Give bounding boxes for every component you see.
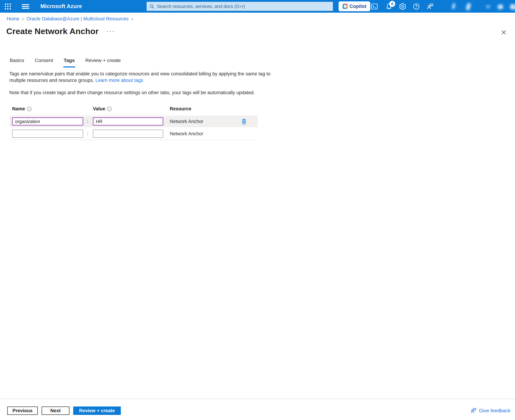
hamburger-menu-icon[interactable]: [22, 4, 29, 9]
wizard-tabs: Basics Consent Tags Review + create: [9, 57, 121, 68]
help-icon[interactable]: [412, 2, 420, 11]
delete-tag-icon[interactable]: [240, 118, 248, 126]
waffle-menu-icon[interactable]: [5, 3, 11, 10]
tags-note: Note that if you create tags and then ch…: [9, 90, 291, 95]
copilot-button[interactable]: Copilot: [338, 1, 370, 11]
info-icon[interactable]: i: [107, 107, 112, 111]
colon-separator: :: [87, 119, 88, 124]
tag-name-input-2[interactable]: [12, 130, 83, 138]
tab-tags[interactable]: Tags: [63, 57, 75, 68]
notifications-bell-icon[interactable]: 6: [385, 2, 393, 11]
blurred-account-info: [448, 0, 515, 13]
notification-count-badge: 6: [389, 1, 395, 7]
column-header-name: Name i: [12, 106, 31, 112]
breadcrumb-oracle-multicloud[interactable]: Oracle Database@Azure | Multicloud Resou…: [27, 16, 129, 22]
azure-brand-title: Microsoft Azure: [40, 3, 82, 9]
context-menu-ellipsis-icon[interactable]: ···: [107, 28, 115, 34]
tag-name-input-1[interactable]: [12, 117, 83, 126]
settings-gear-icon[interactable]: [399, 2, 407, 11]
tag-value-input-2[interactable]: [93, 130, 163, 138]
column-header-resource: Resource: [170, 106, 191, 112]
table-row-divider: [10, 140, 258, 140]
tag-resource-1: Network Anchor: [170, 119, 203, 124]
chevron-right-icon: ›: [22, 16, 24, 22]
previous-button[interactable]: Previous: [7, 406, 38, 415]
give-feedback-link[interactable]: Give feedback: [470, 407, 510, 414]
tag-row-2: : Network Anchor: [10, 128, 258, 139]
tag-value-input-1[interactable]: [93, 117, 163, 126]
tab-review-create[interactable]: Review + create: [85, 57, 121, 68]
cloud-shell-icon[interactable]: [370, 2, 378, 11]
page-title: Create Network Anchor: [6, 26, 99, 36]
global-search: [146, 2, 333, 11]
breadcrumb-home[interactable]: Home: [7, 16, 19, 22]
close-icon[interactable]: [499, 28, 508, 37]
feedback-person-icon[interactable]: [426, 2, 434, 11]
info-icon[interactable]: i: [27, 107, 31, 111]
feedback-person-icon: [470, 407, 477, 414]
chevron-right-icon: ›: [131, 16, 133, 22]
tag-row-1: : Network Anchor: [10, 116, 258, 127]
search-input[interactable]: [146, 2, 333, 11]
top-bar: Microsoft Azure Copilot 6: [0, 0, 515, 13]
breadcrumb: Home › Oracle Database@Azure | Multiclou…: [7, 16, 133, 22]
search-icon: [149, 4, 155, 9]
next-button[interactable]: Next: [41, 406, 69, 415]
learn-more-link[interactable]: Learn more about tags: [95, 78, 143, 83]
copilot-icon: [342, 4, 348, 9]
column-header-value: Value i: [93, 106, 112, 112]
tag-resource-2: Network Anchor: [170, 131, 203, 136]
review-create-button[interactable]: Review + create: [73, 406, 121, 415]
azure-portal: Microsoft Azure Copilot 6: [0, 0, 515, 420]
tags-table: Name i Value i Resource : Network Anchor: [10, 105, 258, 141]
colon-separator: :: [87, 131, 88, 136]
footer-buttons: Previous Next Review + create: [7, 406, 121, 415]
tab-consent[interactable]: Consent: [34, 57, 53, 68]
tags-description: Tags are name/value pairs that enable yo…: [9, 71, 273, 84]
wizard-footer: Previous Next Review + create Give feedb…: [0, 398, 515, 420]
tab-basics[interactable]: Basics: [9, 57, 24, 68]
